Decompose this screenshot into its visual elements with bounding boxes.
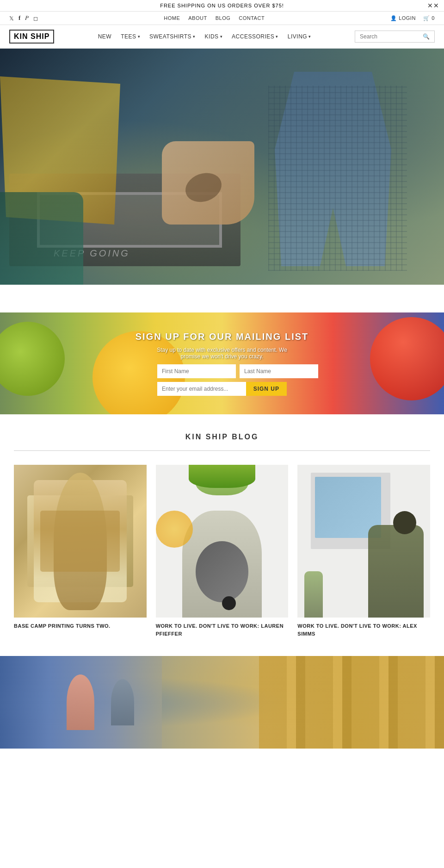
sweatshirts-chevron: ▾ [193, 34, 196, 39]
mailing-name-row [157, 364, 287, 378]
blog-card-image-2 [156, 465, 289, 618]
top-right: 👤 LOGIN 🛒 0 [390, 15, 435, 21]
bottom-section [0, 656, 444, 749]
blog-card-3[interactable]: WORK TO LIVE. DON'T LIVE TO WORK: ALEX S… [297, 465, 430, 637]
blog-divider [14, 450, 430, 451]
spacer [0, 285, 444, 312]
nav-accessories[interactable]: ACCESSORIES ▾ [232, 33, 278, 40]
logo[interactable]: KIN SHIP [9, 30, 54, 44]
plaid-pattern [268, 86, 407, 271]
twitter-icon [9, 15, 14, 22]
mailing-section: SIGN UP FOR OUR MAILING LIST Stay up to … [0, 312, 444, 414]
signup-button[interactable]: SIGN UP [246, 382, 287, 396]
blog-image-2 [156, 465, 289, 618]
search-icon[interactable]: 🔍 [423, 33, 430, 40]
blog-card-image-1 [14, 465, 147, 618]
green-element [0, 192, 83, 285]
person-silhouette-2 [111, 679, 134, 725]
mailing-title: SIGN UP FOR OUR MAILING LIST [136, 331, 309, 342]
cart-icon: 🛒 [423, 15, 430, 21]
announcement-bar: FREE SHIPPING ON US ORDERS OVER $75! ✕ [0, 0, 444, 12]
accessories-chevron: ▾ [276, 34, 278, 39]
blog-card-1[interactable]: BASE CAMP PRINTING TURNS TWO. [14, 465, 147, 637]
announcement-text: FREE SHIPPING ON US ORDERS OVER $75! [160, 3, 284, 8]
blog-card-title-2: WORK TO LIVE. DON'T LIVE TO WORK: LAUREN… [156, 622, 289, 637]
person-silhouette-1 [67, 674, 94, 730]
first-name-input[interactable] [157, 364, 236, 378]
mailing-subtitle: Stay up to date with exclusive offers an… [148, 347, 296, 360]
hero-section: KEEP GOING [0, 49, 444, 285]
nav-home[interactable]: HOME [164, 15, 180, 21]
main-header: KIN SHIP NEW TEES ▾ SWEATSHIRTS ▾ KIDS ▾… [0, 25, 444, 49]
kids-chevron: ▾ [220, 34, 223, 39]
living-chevron: ▾ [308, 34, 311, 39]
login-link[interactable]: 👤 LOGIN [390, 15, 416, 21]
nav-kids[interactable]: KIDS ▾ [205, 33, 223, 40]
nav-about[interactable]: ABOUT [188, 15, 207, 21]
login-label: LOGIN [399, 15, 416, 21]
blog-card-2[interactable]: WORK TO LIVE. DON'T LIVE TO WORK: LAUREN… [156, 465, 289, 637]
blog-image-1 [14, 465, 147, 618]
cart-link[interactable]: 🛒 0 [423, 15, 435, 21]
mailing-form: SIGN UP [157, 364, 287, 396]
email-input[interactable] [157, 382, 246, 396]
blog-section-title: KIN SHIP BLOG [14, 433, 430, 441]
pinterest-icon [25, 14, 29, 21]
pinterest-link[interactable] [25, 14, 29, 22]
nav-tees[interactable]: TEES ▾ [121, 33, 140, 40]
blog-card-title-1: BASE CAMP PRINTING TURNS TWO. [14, 622, 147, 630]
instagram-link[interactable] [33, 15, 38, 22]
facebook-icon [18, 14, 20, 21]
nav-contact[interactable]: CONTACT [239, 15, 265, 21]
boxes-right [259, 656, 444, 749]
last-name-input[interactable] [240, 364, 318, 378]
instagram-icon [33, 15, 38, 22]
top-nav: HOME ABOUT BLOG CONTACT [164, 15, 265, 21]
social-icons [9, 14, 38, 22]
twitter-link[interactable] [9, 15, 14, 22]
nav-sweatshirts[interactable]: SWEATSHIRTS ▾ [149, 33, 196, 40]
tees-chevron: ▾ [138, 34, 141, 39]
announcement-close[interactable]: ✕ [427, 2, 439, 9]
nav-blog[interactable]: BLOG [216, 15, 231, 21]
mailing-email-row: SIGN UP [157, 382, 287, 396]
blog-section: KIN SHIP BLOG BASE CAMP PRINTING TURNS T… [0, 414, 444, 656]
cart-count: 0 [432, 15, 435, 21]
search-box[interactable]: 🔍 [355, 31, 435, 43]
blog-image-3 [297, 465, 430, 618]
bottom-background [0, 656, 444, 749]
blog-card-image-3 [297, 465, 430, 618]
top-bar: HOME ABOUT BLOG CONTACT 👤 LOGIN 🛒 0 [0, 12, 444, 25]
mailing-content: SIGN UP FOR OUR MAILING LIST Stay up to … [0, 312, 444, 414]
search-input[interactable] [360, 33, 420, 40]
nav-new[interactable]: NEW [98, 33, 112, 40]
facebook-link[interactable] [18, 14, 20, 22]
hero-background: KEEP GOING [0, 49, 444, 285]
main-nav: NEW TEES ▾ SWEATSHIRTS ▾ KIDS ▾ ACCESSOR… [98, 33, 311, 40]
nav-living[interactable]: LIVING ▾ [288, 33, 311, 40]
user-icon: 👤 [390, 15, 397, 21]
blog-grid: BASE CAMP PRINTING TURNS TWO. WORK TO LI… [14, 465, 430, 637]
blog-card-title-3: WORK TO LIVE. DON'T LIVE TO WORK: ALEX S… [297, 622, 430, 637]
